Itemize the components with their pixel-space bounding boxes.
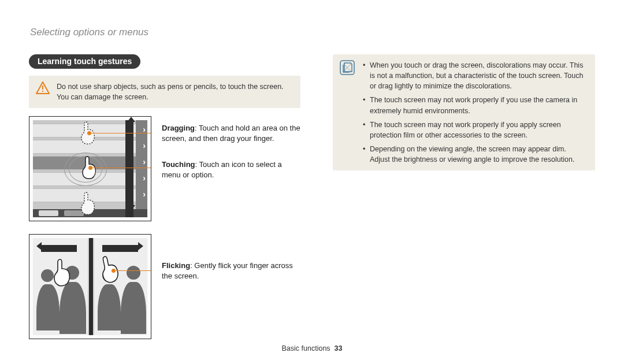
column-right: When you touch or drag the screen, disco…: [333, 54, 595, 352]
figure-row-2: Flicking: Gently flick your finger acros…: [29, 234, 300, 339]
info-list: When you touch or drag the screen, disco…: [363, 60, 587, 165]
page-footer: Basic functions 33: [0, 344, 624, 352]
info-item: The touch screen may not work properly i…: [363, 120, 587, 140]
running-head: Selecting options or menus: [30, 27, 595, 38]
warning-icon: [36, 81, 50, 94]
columns: Learning touch gestures Do not use sharp…: [29, 54, 595, 352]
label-touching: Touching: Touch an icon to select a menu…: [162, 159, 300, 180]
info-item: Depending on the viewing angle, the scre…: [363, 144, 587, 165]
footer-section: Basic functions: [282, 344, 330, 352]
label-flicking: Flicking: Gently flick your finger acros…: [162, 261, 300, 281]
figure-1-labels: Dragging: Touch and hold an area on the …: [162, 116, 300, 195]
svg-rect-0: [42, 86, 43, 90]
figure-row-1: › › › › ›: [29, 116, 300, 221]
warning-notice: Do not use sharp objects, such as pens o…: [29, 76, 300, 108]
info-item: When you touch or drag the screen, disco…: [363, 60, 587, 91]
column-left: Learning touch gestures Do not use sharp…: [29, 54, 300, 352]
footer-page-number: 33: [335, 344, 343, 352]
label-dragging: Dragging: Touch and hold an area on the …: [162, 123, 300, 144]
figure-flicking: [29, 234, 151, 339]
warning-text: Do not use sharp objects, such as pens o…: [57, 83, 284, 101]
label-flicking-title: Flicking: [162, 261, 190, 270]
info-notice: When you touch or drag the screen, disco…: [333, 54, 595, 170]
info-item: The touch screen may not work properly i…: [363, 95, 587, 116]
label-dragging-title: Dragging: [162, 124, 195, 132]
section-pill: Learning touch gestures: [29, 54, 140, 69]
figure-2-labels: Flicking: Gently flick your finger acros…: [162, 234, 300, 296]
finger-icon: [50, 258, 73, 287]
svg-rect-1: [42, 91, 43, 92]
page: Selecting options or menus Learning touc…: [0, 0, 624, 364]
label-touching-title: Touching: [162, 160, 195, 169]
finger-icon: [78, 191, 98, 215]
note-icon: [340, 60, 355, 75]
figure-dragging-touching: › › › › ›: [29, 116, 151, 221]
